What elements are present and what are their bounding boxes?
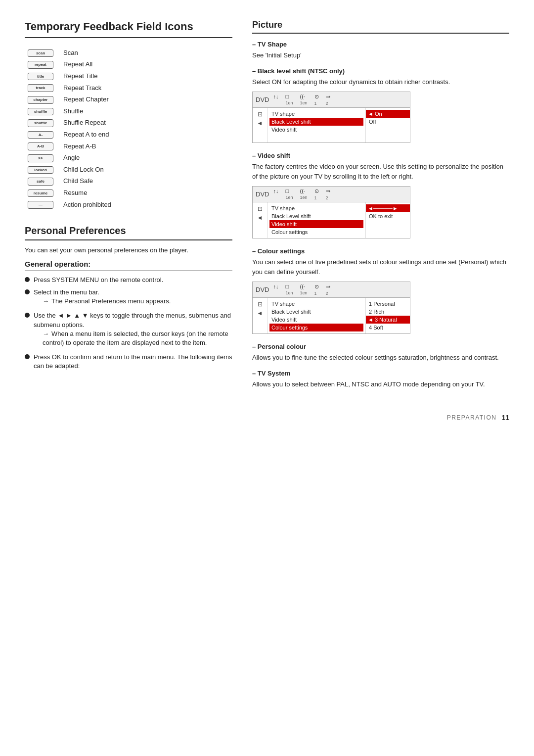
icon-badge-13: — bbox=[28, 201, 53, 209]
osd-left-icons-1: ⊡◄ bbox=[253, 108, 267, 142]
osd-menu-row-2-2: Video shift bbox=[269, 220, 363, 228]
bullet-text-1: Select in the menu bar.→The Personal Pre… bbox=[34, 288, 171, 308]
osd-screen-2: DVD↑↓□1en((·1en⊙1⇒2⊡◄TV shapeBlack Level… bbox=[252, 186, 410, 238]
icon-badge-11: safe bbox=[28, 178, 53, 186]
osd-topbar-1: DVD↑↓□1en((·1en⊙1⇒2 bbox=[253, 92, 410, 108]
icon-badge-5: shuffle bbox=[28, 108, 53, 116]
osd-topbar-item-3-0: ↑↓ bbox=[273, 284, 278, 296]
osd-value-row-3-3: 4 Soft bbox=[369, 324, 407, 331]
osd-body-3: ⊡◄TV shapeBlack Level shiftVideo shiftCo… bbox=[253, 298, 410, 333]
sub-bullet-1: →The Personal Preferences menu appears. bbox=[34, 297, 171, 306]
osd-topbar-item-2-0: ↑↓ bbox=[273, 188, 278, 200]
icon-row-2: title Repeat Title bbox=[25, 70, 232, 82]
osd-menu-row-2-0: TV shape bbox=[271, 204, 361, 212]
icon-badge-1: repeat bbox=[28, 61, 53, 69]
osd-value-col-3: 1 Personal2 Rich◄ 3 Natural4 Soft bbox=[365, 298, 410, 333]
osd-dvd-icon-1: DVD bbox=[256, 96, 269, 103]
icon-badge-3: track bbox=[28, 84, 53, 92]
picture-title: Picture bbox=[252, 20, 509, 34]
icon-label-2: Repeat Title bbox=[60, 70, 232, 82]
dash-label-5: – TV System bbox=[252, 370, 509, 377]
right-column: Picture – TV ShapeSee 'Initial Setup'– B… bbox=[252, 20, 509, 394]
bullet-dot-3 bbox=[25, 354, 30, 359]
sub-bullet-2: →When a menu item is selected, the curso… bbox=[34, 330, 232, 347]
osd-topbar-item-1-1: □1en bbox=[285, 94, 293, 106]
osd-left-icon-2-0: ⊡ bbox=[258, 205, 263, 212]
bullet-dot-2 bbox=[25, 313, 30, 318]
icon-label-4: Repeat Chapter bbox=[60, 94, 232, 105]
bullets-list: Press SYSTEM MENU on the remote control.… bbox=[25, 276, 232, 371]
osd-topbar-items-2: ↑↓□1en((·1en⊙1⇒2 bbox=[273, 188, 330, 200]
bullet-item-2: Use the ◄ ► ▲ ▼ keys to toggle through t… bbox=[25, 311, 232, 349]
icon-row-8: A-B Repeat A-B bbox=[25, 140, 232, 152]
subsection-0: – TV ShapeSee 'Initial Setup' bbox=[252, 41, 509, 60]
osd-left-icon-1-0: ⊡ bbox=[258, 111, 263, 118]
icon-label-6: Shuffle Repeat bbox=[60, 117, 232, 129]
icon-label-9: Angle bbox=[60, 152, 232, 164]
bullet-text-3: Press OK to confirm and return to the ma… bbox=[34, 353, 232, 371]
osd-value-col-1: ◄ OnOff bbox=[365, 108, 410, 142]
icon-row-6: shuffle Shuffle Repeat bbox=[25, 117, 232, 129]
osd-left-icon-3-0: ⊡ bbox=[258, 301, 263, 308]
body-text-0: See 'Initial Setup' bbox=[252, 50, 509, 60]
osd-topbar-item-3-3: ⊙1 bbox=[314, 284, 319, 296]
osd-topbar-item-3-1: □1en bbox=[285, 284, 293, 296]
bullet-item-3: Press OK to confirm and return to the ma… bbox=[25, 353, 232, 371]
icon-row-12: resume Resume bbox=[25, 187, 232, 199]
icon-label-10: Child Lock On bbox=[60, 164, 232, 176]
osd-topbar-item-1-4: ⇒2 bbox=[326, 94, 330, 106]
osd-menu-row-2-1: Black Level shift bbox=[271, 212, 361, 220]
icons-table: scan Scan repeat Repeat All title Repeat… bbox=[25, 47, 232, 210]
icon-badge-2: title bbox=[28, 73, 53, 81]
bullet-item-1: Select in the menu bar.→The Personal Pre… bbox=[25, 288, 232, 308]
icon-label-1: Repeat All bbox=[60, 58, 232, 70]
osd-menu-row-2-3: Colour settings bbox=[271, 228, 361, 236]
dash-label-3: – Colour settings bbox=[252, 247, 509, 255]
bullet-item-0: Press SYSTEM MENU on the remote control. bbox=[25, 276, 232, 284]
subsection-2: – Video shiftThe factory centres the vid… bbox=[252, 152, 509, 238]
icon-badge-0: scan bbox=[28, 49, 53, 57]
osd-topbar-item-3-2: ((·1en bbox=[300, 284, 307, 296]
icon-label-0: Scan bbox=[60, 47, 232, 59]
dash-label-0: – TV Shape bbox=[252, 41, 509, 48]
icon-row-1: repeat Repeat All bbox=[25, 58, 232, 70]
body-text-5: Allows you to select between PAL, NTSC a… bbox=[252, 379, 509, 389]
osd-menu-col-2: TV shapeBlack Level shiftVideo shiftColo… bbox=[267, 202, 365, 238]
osd-menu-row-3-3: Colour settings bbox=[269, 324, 363, 331]
osd-topbar-item-3-4: ⇒2 bbox=[326, 284, 330, 296]
left-column: Temporary Feedback Field Icons scan Scan… bbox=[25, 20, 232, 394]
icon-row-10: locked Child Lock On bbox=[25, 164, 232, 176]
general-op-title: General operation: bbox=[25, 260, 232, 271]
osd-topbar-item-2-3: ⊙1 bbox=[314, 188, 319, 200]
osd-topbar-3: DVD↑↓□1en((·1en⊙1⇒2 bbox=[253, 282, 410, 298]
icon-badge-8: A-B bbox=[28, 142, 53, 150]
prefs-intro: You can set your own personal preference… bbox=[25, 246, 232, 254]
section2-title: Personal Preferences bbox=[25, 225, 232, 240]
osd-menu-row-3-0: TV shape bbox=[271, 300, 361, 308]
icon-label-13: Action prohibited bbox=[60, 198, 232, 210]
page-number: 11 bbox=[501, 414, 509, 422]
osd-value-row-3-0: 1 Personal bbox=[369, 300, 407, 308]
icon-badge-10: locked bbox=[28, 166, 53, 174]
osd-screen-3: DVD↑↓□1en((·1en⊙1⇒2⊡◄TV shapeBlack Level… bbox=[252, 282, 410, 334]
osd-menu-row-3-2: Video shift bbox=[271, 316, 361, 324]
icon-row-9: >> Angle bbox=[25, 152, 232, 164]
icon-label-7: Repeat A to end bbox=[60, 129, 232, 141]
icon-row-4: chapter Repeat Chapter bbox=[25, 94, 232, 105]
osd-value-row-2-0: ◄─────► bbox=[366, 204, 410, 212]
icon-label-11: Child Safe bbox=[60, 175, 232, 187]
body-text-1: Select ON for adapting the colour dynami… bbox=[252, 77, 509, 87]
footer: Preparation 11 bbox=[25, 414, 509, 422]
osd-topbar-2: DVD↑↓□1en((·1en⊙1⇒2 bbox=[253, 187, 410, 202]
dash-label-4: – Personal colour bbox=[252, 343, 509, 350]
icon-row-11: safe Child Safe bbox=[25, 175, 232, 187]
osd-topbar-item-2-2: ((·1en bbox=[300, 188, 307, 200]
osd-left-icon-3-1: ◄ bbox=[257, 310, 263, 317]
osd-topbar-items-1: ↑↓□1en((·1en⊙1⇒2 bbox=[273, 94, 330, 106]
osd-left-icons-3: ⊡◄ bbox=[253, 298, 267, 333]
osd-dvd-icon-2: DVD bbox=[256, 190, 269, 198]
osd-value-row-1-1: Off bbox=[369, 118, 407, 126]
personal-preferences-section: Personal Preferences You can set your ow… bbox=[25, 225, 232, 371]
icon-row-0: scan Scan bbox=[25, 47, 232, 59]
subsection-5: – TV SystemAllows you to select between … bbox=[252, 370, 509, 389]
